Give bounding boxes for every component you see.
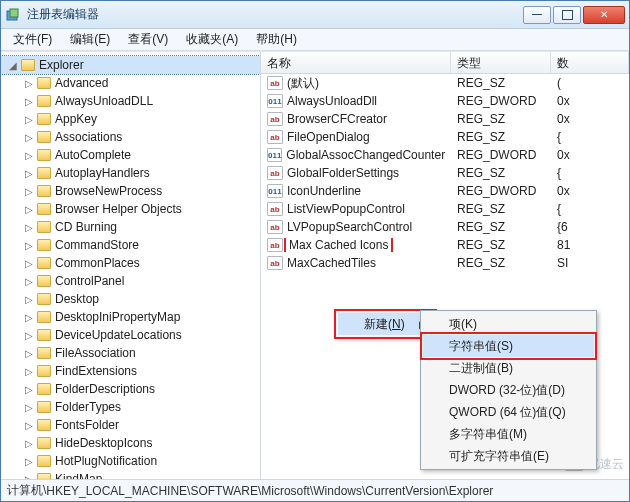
tree-node[interactable]: ▷AutoplayHandlers — [1, 164, 260, 182]
value-row[interactable]: ab(默认)REG_SZ( — [261, 74, 629, 92]
value-row[interactable]: abLVPopupSearchControlREG_SZ{6 — [261, 218, 629, 236]
value-row[interactable]: abBrowserCFCreatorREG_SZ0x — [261, 110, 629, 128]
tree-node[interactable]: ▷FontsFolder — [1, 416, 260, 434]
tree-pane[interactable]: ◢ Explorer ▷Advanced▷AlwaysUnloadDLL▷App… — [1, 52, 261, 479]
tree-node[interactable]: ▷FolderDescriptions — [1, 380, 260, 398]
tree-node[interactable]: ▷AppKey — [1, 110, 260, 128]
expand-icon[interactable]: ▷ — [23, 168, 35, 179]
value-row[interactable]: 011AlwaysUnloadDllREG_DWORD0x — [261, 92, 629, 110]
string-value-icon: ab — [267, 166, 283, 180]
value-type: REG_SZ — [451, 202, 551, 216]
close-button[interactable] — [583, 6, 625, 24]
expand-icon[interactable]: ▷ — [23, 96, 35, 107]
tree-node[interactable]: ▷ControlPanel — [1, 272, 260, 290]
value-data: { — [551, 130, 629, 144]
tree-node[interactable]: ▷Desktop — [1, 290, 260, 308]
tree-node[interactable]: ▷CommandStore — [1, 236, 260, 254]
folder-icon — [37, 221, 51, 233]
expand-icon[interactable]: ▷ — [23, 132, 35, 143]
value-row[interactable]: abGlobalFolderSettingsREG_SZ{ — [261, 164, 629, 182]
ctx-new[interactable]: 新建(N) ▶ — [338, 313, 433, 335]
menubar: 文件(F) 编辑(E) 查看(V) 收藏夹(A) 帮助(H) — [1, 29, 629, 51]
tree-node[interactable]: ▷HotPlugNotification — [1, 452, 260, 470]
tree-node-label: FontsFolder — [55, 418, 119, 432]
expand-icon[interactable]: ▷ — [23, 258, 35, 269]
tree-node[interactable]: ▷KindMap — [1, 470, 260, 479]
ctx-new-multistring[interactable]: 多字符串值(M) — [423, 423, 594, 445]
status-path: HKEY_LOCAL_MACHINE\SOFTWARE\Microsoft\Wi… — [46, 484, 493, 498]
tree-node[interactable]: ▷FindExtensions — [1, 362, 260, 380]
expand-icon[interactable]: ▷ — [23, 312, 35, 323]
expand-icon[interactable]: ▷ — [23, 420, 35, 431]
value-type: REG_DWORD — [451, 148, 551, 162]
value-row[interactable]: 011GlobalAssocChangedCounterREG_DWORD0x — [261, 146, 629, 164]
tree-node[interactable]: ▷AlwaysUnloadDLL — [1, 92, 260, 110]
expand-icon[interactable]: ▷ — [23, 204, 35, 215]
string-value-icon: ab — [267, 238, 283, 252]
value-type: REG_SZ — [451, 112, 551, 126]
expand-icon[interactable]: ▷ — [23, 384, 35, 395]
ctx-new-expandstring[interactable]: 可扩充字符串值(E) — [423, 445, 594, 467]
expand-icon[interactable]: ▷ — [23, 438, 35, 449]
tree-node[interactable]: ▷CD Burning — [1, 218, 260, 236]
value-row[interactable]: abMax Cached IconsREG_SZ81 — [261, 236, 629, 254]
tree-node[interactable]: ▷Associations — [1, 128, 260, 146]
column-type[interactable]: 类型 — [451, 52, 551, 73]
expand-icon[interactable]: ▷ — [23, 78, 35, 89]
value-name: AlwaysUnloadDll — [287, 94, 377, 108]
tree-node-explorer[interactable]: ◢ Explorer — [1, 56, 260, 74]
value-row[interactable]: 011IconUnderlineREG_DWORD0x — [261, 182, 629, 200]
ctx-new-string[interactable]: 字符串值(S) — [423, 335, 594, 357]
tree-node-label: CommandStore — [55, 238, 139, 252]
tree-node[interactable]: ▷AutoComplete — [1, 146, 260, 164]
regedit-icon — [5, 7, 21, 23]
tree-node-label: HideDesktopIcons — [55, 436, 152, 450]
value-row[interactable]: abFileOpenDialogREG_SZ{ — [261, 128, 629, 146]
value-row[interactable]: abListViewPopupControlREG_SZ{ — [261, 200, 629, 218]
menu-help[interactable]: 帮助(H) — [248, 29, 305, 50]
tree-node[interactable]: ▷Browser Helper Objects — [1, 200, 260, 218]
expand-icon[interactable]: ▷ — [23, 366, 35, 377]
collapse-icon[interactable]: ◢ — [7, 60, 19, 71]
expand-icon[interactable]: ▷ — [23, 294, 35, 305]
menu-edit[interactable]: 编辑(E) — [62, 29, 118, 50]
column-data[interactable]: 数 — [551, 52, 629, 73]
expand-icon[interactable]: ▷ — [23, 348, 35, 359]
menu-file[interactable]: 文件(F) — [5, 29, 60, 50]
tree-node[interactable]: ▷DeviceUpdateLocations — [1, 326, 260, 344]
tree-node[interactable]: ▷FileAssociation — [1, 344, 260, 362]
expand-icon[interactable]: ▷ — [23, 240, 35, 251]
value-row[interactable]: abMaxCachedTilesREG_SZSI — [261, 254, 629, 272]
expand-icon[interactable]: ▷ — [23, 150, 35, 161]
value-type: REG_SZ — [451, 76, 551, 90]
expand-icon[interactable]: ▷ — [23, 276, 35, 287]
tree-node[interactable]: ▷DesktopIniPropertyMap — [1, 308, 260, 326]
expand-icon[interactable]: ▷ — [23, 186, 35, 197]
tree-node[interactable]: ▷CommonPlaces — [1, 254, 260, 272]
status-prefix: 计算机\ — [7, 482, 46, 499]
ctx-new-dword[interactable]: DWORD (32-位)值(D) — [423, 379, 594, 401]
tree-node[interactable]: ▷HideDesktopIcons — [1, 434, 260, 452]
tree-node-label: Desktop — [55, 292, 99, 306]
binary-value-icon: 011 — [267, 94, 283, 108]
value-data: 0x — [551, 148, 629, 162]
expand-icon[interactable]: ▷ — [23, 114, 35, 125]
column-name[interactable]: 名称 — [261, 52, 451, 73]
expand-icon[interactable]: ▷ — [23, 330, 35, 341]
maximize-button[interactable] — [553, 6, 581, 24]
minimize-button[interactable] — [523, 6, 551, 24]
context-submenu-new[interactable]: 项(K) 字符串值(S) 二进制值(B) DWORD (32-位)值(D) QW… — [420, 310, 597, 470]
expand-icon[interactable]: ▷ — [23, 222, 35, 233]
tree-node[interactable]: ▷Advanced — [1, 74, 260, 92]
tree-node-label: Advanced — [55, 76, 108, 90]
menu-view[interactable]: 查看(V) — [120, 29, 176, 50]
ctx-new-binary[interactable]: 二进制值(B) — [423, 357, 594, 379]
ctx-new-key[interactable]: 项(K) — [423, 313, 594, 335]
menu-favorites[interactable]: 收藏夹(A) — [178, 29, 246, 50]
tree-node[interactable]: ▷FolderTypes — [1, 398, 260, 416]
ctx-new-qword[interactable]: QWORD (64 位)值(Q) — [423, 401, 594, 423]
expand-icon[interactable]: ▷ — [23, 402, 35, 413]
tree-node[interactable]: ▷BrowseNewProcess — [1, 182, 260, 200]
expand-icon[interactable]: ▷ — [23, 456, 35, 467]
folder-icon — [37, 293, 51, 305]
